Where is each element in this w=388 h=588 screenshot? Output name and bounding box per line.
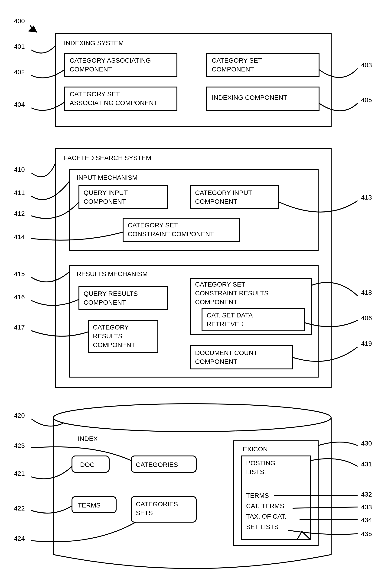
lead-415 bbox=[31, 271, 70, 282]
lead-416 bbox=[31, 299, 79, 305]
index-cylinder-top bbox=[53, 404, 331, 431]
faceted-search-system-box bbox=[56, 149, 331, 387]
ref-label-414: 414 bbox=[14, 233, 25, 240]
query-results-l2: COMPONENT bbox=[84, 299, 126, 306]
csdr-l1: CAT. SET DATA bbox=[207, 312, 253, 319]
cat-assoc-l2: COMPONENT bbox=[70, 66, 112, 73]
lead-417 bbox=[31, 331, 88, 336]
lead-435 bbox=[288, 530, 358, 534]
cat-set-l1: CATEGORY SET bbox=[212, 57, 262, 64]
ref-label-424: 424 bbox=[14, 535, 25, 542]
query-input-l2: COMPONENT bbox=[84, 198, 126, 205]
lead-404 bbox=[31, 102, 65, 111]
lead-423 bbox=[31, 447, 131, 461]
indexing-system-box bbox=[56, 34, 331, 126]
ref-label-404: 404 bbox=[14, 101, 25, 108]
lead-412 bbox=[31, 202, 79, 218]
doc-text: DOC bbox=[80, 461, 95, 468]
lex-tax-of-cat: TAX. OF CAT. bbox=[246, 513, 286, 520]
ref-label-421: 421 bbox=[14, 470, 25, 477]
ref-label-422: 422 bbox=[14, 505, 25, 512]
cat-results-l2: RESULTS bbox=[93, 333, 122, 340]
lead-402 bbox=[31, 70, 65, 78]
ref-label-415: 415 bbox=[14, 270, 25, 277]
ref-label-432: 432 bbox=[361, 491, 372, 498]
ref-label-413: 413 bbox=[361, 194, 372, 201]
faceted-search-title: FACETED SEARCH SYSTEM bbox=[64, 154, 151, 161]
cat-sets-l1: CATEGORIES bbox=[136, 500, 178, 508]
cat-set-l2: COMPONENT bbox=[212, 66, 254, 73]
lex-terms: TERMS bbox=[246, 492, 269, 499]
query-results-l1: QUERY RESULTS bbox=[84, 290, 138, 297]
cat-sets-l2: SETS bbox=[136, 509, 153, 517]
index-title: INDEX bbox=[78, 435, 98, 442]
ref-label-406: 406 bbox=[361, 315, 372, 322]
ref-label-435: 435 bbox=[361, 530, 372, 537]
lead-430 bbox=[318, 442, 358, 446]
index-cylinder-bottom bbox=[53, 555, 331, 568]
ref-label-418: 418 bbox=[361, 289, 372, 296]
categories-text: CATEGORIES bbox=[136, 461, 178, 468]
ref-label-423: 423 bbox=[14, 442, 25, 449]
ref-label-400: 400 bbox=[14, 17, 25, 24]
cat-results-l3: COMPONENT bbox=[93, 341, 135, 349]
lead-410 bbox=[31, 162, 56, 177]
cscr-l2: CONSTRAINT RESULTS bbox=[195, 290, 268, 297]
lead-433 bbox=[292, 507, 358, 508]
lead-414 bbox=[31, 232, 123, 240]
lead-420 bbox=[31, 419, 63, 426]
lead-421 bbox=[31, 466, 72, 479]
doc-count-l1: DOCUMENT COUNT bbox=[195, 349, 258, 356]
lex-cat-terms: CAT. TERMS bbox=[246, 502, 284, 510]
cat-set-assoc-l1: CATEGORY SET bbox=[70, 90, 120, 98]
cat-set-constraint-l2: CONSTRAINT COMPONENT bbox=[128, 230, 214, 238]
posting-l2: LISTS: bbox=[246, 468, 266, 475]
ref-label-417: 417 bbox=[14, 324, 25, 331]
terms-text: TERMS bbox=[78, 502, 100, 509]
cscr-l1: CATEGORY SET bbox=[195, 281, 245, 288]
ref-label-433: 433 bbox=[361, 503, 372, 511]
lead-422 bbox=[31, 506, 72, 513]
arrow-400-head bbox=[28, 25, 37, 32]
cat-input-l1: CATEGORY INPUT bbox=[195, 189, 252, 196]
ref-label-411: 411 bbox=[14, 189, 25, 196]
ref-label-401: 401 bbox=[14, 43, 25, 50]
input-mechanism-box bbox=[70, 169, 318, 251]
ref-label-410: 410 bbox=[14, 166, 25, 173]
posting-l1: POSTING bbox=[246, 459, 275, 467]
ref-label-434: 434 bbox=[361, 516, 372, 523]
indexing-component-text: INDEXING COMPONENT bbox=[212, 94, 287, 101]
ref-label-431: 431 bbox=[361, 461, 372, 468]
results-mechanism-box bbox=[70, 266, 318, 377]
ref-label-416: 416 bbox=[14, 294, 25, 301]
lead-431 bbox=[310, 459, 358, 466]
ref-label-402: 402 bbox=[14, 68, 25, 76]
lead-403 bbox=[319, 68, 358, 77]
cscr-l3: COMPONENT bbox=[195, 298, 237, 306]
cat-assoc-l1: CATEGORY ASSOCIATING bbox=[70, 57, 151, 64]
lex-set-lists: SET LISTS bbox=[246, 523, 279, 530]
cat-results-l1: CATEGORY bbox=[93, 324, 129, 331]
lead-419 bbox=[292, 347, 358, 361]
results-mechanism-title: RESULTS MECHANISM bbox=[77, 270, 148, 277]
ref-label-405: 405 bbox=[361, 96, 372, 104]
input-mechanism-title: INPUT MECHANISM bbox=[77, 174, 138, 181]
lead-424 bbox=[31, 522, 136, 542]
ref-label-430: 430 bbox=[361, 440, 372, 447]
doc-count-l2: COMPONENT bbox=[195, 358, 237, 365]
cat-set-constraint-l1: CATEGORY SET bbox=[128, 222, 178, 229]
ref-label-419: 419 bbox=[361, 340, 372, 347]
lead-401 bbox=[31, 45, 56, 53]
cat-input-l2: COMPONENT bbox=[195, 198, 237, 205]
indexing-system-title: INDEXING SYSTEM bbox=[64, 40, 124, 47]
lead-405 bbox=[319, 103, 358, 111]
ref-label-420: 420 bbox=[14, 412, 25, 419]
lead-411 bbox=[31, 181, 70, 200]
cat-set-assoc-l2: ASSOCIATING COMPONENT bbox=[70, 99, 158, 107]
query-input-l1: QUERY INPUT bbox=[84, 189, 128, 196]
ref-label-403: 403 bbox=[361, 62, 372, 69]
lexicon-title: LEXICON bbox=[239, 446, 268, 453]
csdr-l2: RETRIEVER bbox=[207, 320, 244, 328]
ref-label-412: 412 bbox=[14, 210, 25, 217]
